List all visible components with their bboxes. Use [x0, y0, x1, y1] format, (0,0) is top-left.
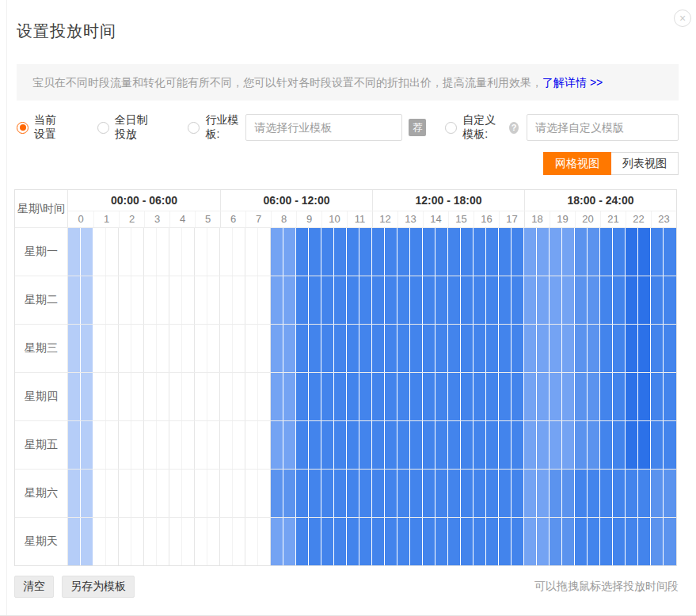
half-hour-cell[interactable]	[474, 518, 486, 565]
half-hour-cell[interactable]	[474, 421, 486, 469]
half-hour-cell[interactable]	[271, 276, 283, 324]
half-hour-cell[interactable]	[245, 421, 258, 469]
half-hour-cell[interactable]	[195, 228, 207, 276]
half-hour-cell[interactable]	[68, 470, 81, 517]
half-hour-cell[interactable]	[81, 325, 93, 372]
half-hour-cell[interactable]	[397, 518, 410, 565]
half-hour-cell[interactable]	[207, 228, 220, 276]
half-hour-cell[interactable]	[613, 325, 626, 372]
half-hour-cell[interactable]	[334, 373, 347, 420]
half-hour-cell[interactable]	[499, 373, 512, 420]
half-hour-cell[interactable]	[182, 325, 195, 372]
half-hour-cell[interactable]	[321, 325, 334, 372]
half-hour-cell[interactable]	[321, 228, 334, 276]
half-hour-cell[interactable]	[651, 325, 664, 372]
half-hour-cell[interactable]	[195, 373, 207, 420]
half-hour-cell[interactable]	[359, 373, 372, 420]
half-hour-cell[interactable]	[207, 470, 220, 517]
half-hour-cell[interactable]	[131, 470, 144, 517]
half-hour-cell[interactable]	[258, 421, 271, 469]
half-hour-cell[interactable]	[600, 276, 613, 324]
half-hour-cell[interactable]	[461, 470, 474, 517]
half-hour-cell[interactable]	[182, 518, 195, 565]
half-hour-cell[interactable]	[512, 518, 524, 565]
half-hour-cell[interactable]	[119, 276, 131, 324]
half-hour-cell[interactable]	[486, 325, 499, 372]
half-hour-cell[interactable]	[106, 325, 119, 372]
half-hour-cell[interactable]	[283, 518, 296, 565]
half-hour-cell[interactable]	[435, 325, 448, 372]
half-hour-cell[interactable]	[296, 276, 309, 324]
half-hour-cell[interactable]	[347, 276, 359, 324]
half-hour-cell[interactable]	[81, 228, 93, 276]
half-hour-cell[interactable]	[537, 470, 550, 517]
half-hour-cell[interactable]	[233, 470, 245, 517]
half-hour-cell[interactable]	[461, 276, 474, 324]
half-hour-cell[interactable]	[397, 276, 410, 324]
half-hour-cell[interactable]	[385, 518, 397, 565]
half-hour-cell[interactable]	[359, 421, 372, 469]
half-hour-cell[interactable]	[321, 276, 334, 324]
half-hour-cell[interactable]	[220, 470, 233, 517]
half-hour-cell[interactable]	[474, 470, 486, 517]
half-hour-cell[interactable]	[233, 276, 245, 324]
half-hour-cell[interactable]	[638, 325, 651, 372]
half-hour-cell[interactable]	[423, 228, 435, 276]
half-hour-cell[interactable]	[309, 518, 321, 565]
half-hour-cell[interactable]	[334, 325, 347, 372]
half-hour-cell[interactable]	[93, 470, 106, 517]
half-hour-cell[interactable]	[119, 228, 131, 276]
custom-template-input[interactable]	[527, 114, 679, 141]
half-hour-cell[interactable]	[461, 325, 474, 372]
half-hour-cell[interactable]	[651, 421, 664, 469]
radio-industry-template[interactable]: 行业模板:	[188, 113, 239, 142]
half-hour-cell[interactable]	[474, 373, 486, 420]
half-hour-cell[interactable]	[448, 373, 461, 420]
half-hour-cell[interactable]	[385, 325, 397, 372]
half-hour-cell[interactable]	[309, 421, 321, 469]
half-hour-cell[interactable]	[435, 518, 448, 565]
half-hour-cell[interactable]	[664, 470, 676, 517]
half-hour-cell[interactable]	[638, 228, 651, 276]
half-hour-cell[interactable]	[169, 518, 182, 565]
half-hour-cell[interactable]	[359, 276, 372, 324]
help-icon[interactable]: ?	[509, 122, 519, 134]
half-hour-cell[interactable]	[397, 325, 410, 372]
half-hour-cell[interactable]	[499, 325, 512, 372]
half-hour-cell[interactable]	[423, 325, 435, 372]
half-hour-cell[interactable]	[626, 228, 638, 276]
half-hour-cell[interactable]	[233, 228, 245, 276]
half-hour-cell[interactable]	[512, 325, 524, 372]
half-hour-cell[interactable]	[207, 276, 220, 324]
half-hour-cell[interactable]	[131, 228, 144, 276]
half-hour-cell[interactable]	[588, 470, 600, 517]
half-hour-cell[interactable]	[271, 518, 283, 565]
half-hour-cell[interactable]	[106, 276, 119, 324]
half-hour-cell[interactable]	[157, 276, 169, 324]
clear-button[interactable]: 清空	[14, 576, 54, 598]
half-hour-cell[interactable]	[588, 228, 600, 276]
half-hour-cell[interactable]	[296, 518, 309, 565]
half-hour-cell[interactable]	[106, 470, 119, 517]
half-hour-cell[interactable]	[296, 228, 309, 276]
half-hour-cell[interactable]	[321, 421, 334, 469]
half-hour-cell[interactable]	[448, 276, 461, 324]
half-hour-cell[interactable]	[93, 373, 106, 420]
half-hour-cell[interactable]	[93, 518, 106, 565]
half-hour-cell[interactable]	[588, 518, 600, 565]
half-hour-cell[interactable]	[626, 373, 638, 420]
half-hour-cell[interactable]	[207, 325, 220, 372]
half-hour-cell[interactable]	[144, 421, 157, 469]
half-hour-cell[interactable]	[562, 228, 575, 276]
half-hour-cell[interactable]	[271, 228, 283, 276]
half-hour-cell[interactable]	[233, 325, 245, 372]
radio-full-day[interactable]: 全日制投放	[97, 113, 155, 142]
half-hour-cell[interactable]	[233, 421, 245, 469]
half-hour-cell[interactable]	[347, 325, 359, 372]
half-hour-cell[interactable]	[524, 325, 537, 372]
half-hour-cell[interactable]	[588, 421, 600, 469]
half-hour-cell[interactable]	[309, 276, 321, 324]
half-hour-cell[interactable]	[131, 518, 144, 565]
half-hour-cell[interactable]	[486, 228, 499, 276]
half-hour-cell[interactable]	[537, 325, 550, 372]
